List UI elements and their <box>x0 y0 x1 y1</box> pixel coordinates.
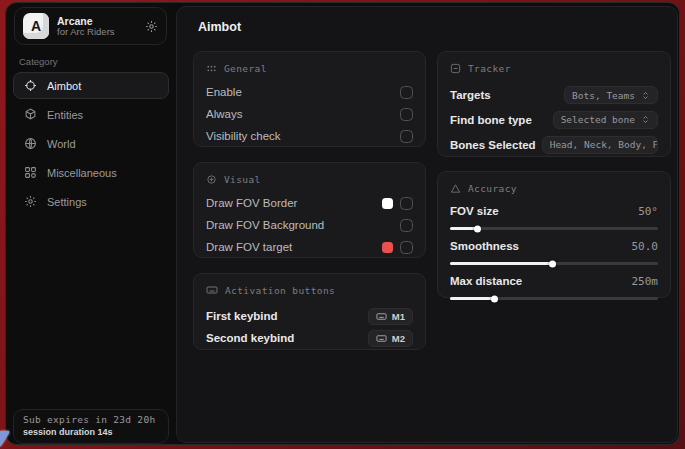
bone-type-select[interactable]: Selected bone <box>553 111 658 129</box>
category-label: Category <box>19 56 58 67</box>
setting-row: Draw FOV Border <box>206 192 413 214</box>
page-title: Aimbot <box>198 20 241 34</box>
sidebar-item-label: World <box>47 138 76 150</box>
panel-title: Activation buttons <box>225 285 335 296</box>
panel-activation-buttons: Activation buttons First keybind M1 Seco… <box>193 273 426 350</box>
slider-group-max-distance: Max distance 250m <box>450 273 658 300</box>
slider-thumb[interactable] <box>491 295 498 302</box>
brand-name: Arcane <box>57 15 137 27</box>
fov-target-checkbox[interactable] <box>400 241 413 254</box>
select-value: Head, Neck, Body, Fe... <box>550 139 658 150</box>
fov-size-slider[interactable] <box>450 227 658 230</box>
select-value: Selected bone <box>561 114 635 125</box>
keybind-value: M1 <box>392 311 405 322</box>
fov-border-checkbox[interactable] <box>400 197 413 210</box>
setting-label: Visibility check <box>206 130 400 142</box>
sidebar-nav: Aimbot Entities World <box>13 72 169 215</box>
setting-label: Draw FOV Background <box>206 219 400 231</box>
setting-label: FOV size <box>450 205 638 217</box>
scan-frame-icon <box>450 63 461 74</box>
slider-thumb[interactable] <box>474 225 481 232</box>
panel-accuracy: Accuracy FOV size 50° Smoothness 50.0 <box>437 171 671 298</box>
setting-label: Bones Selected <box>450 139 536 151</box>
second-keybind-button[interactable]: M2 <box>368 330 413 347</box>
sidebar-item-entities[interactable]: Entities <box>13 101 169 128</box>
smoothness-slider[interactable] <box>450 262 658 265</box>
panel-general: General Enable Always Visibility check <box>193 51 426 147</box>
circle-plus-icon <box>206 174 217 185</box>
setting-label: Targets <box>450 89 564 101</box>
visibility-check-checkbox[interactable] <box>400 130 413 143</box>
fov-border-color-swatch[interactable] <box>382 198 393 209</box>
panel-title: Visual <box>224 174 261 185</box>
bones-selected-select[interactable]: Head, Neck, Body, Fe... <box>542 136 658 154</box>
grid-icon <box>24 166 37 179</box>
first-keybind-button[interactable]: M1 <box>368 308 413 325</box>
sub-expiry-text: Sub expires in 23d 20h <box>23 414 159 425</box>
enable-checkbox[interactable] <box>400 86 413 99</box>
setting-label: Max distance <box>450 275 632 287</box>
sidebar-item-label: Settings <box>47 196 87 208</box>
setting-value: 250m <box>632 275 659 288</box>
setting-row: Targets Bots, Teams <box>450 83 658 107</box>
sidebar-item-miscellaneous[interactable]: Miscellaneous <box>13 159 169 186</box>
subscription-info: Sub expires in 23d 20h session duration … <box>13 409 169 444</box>
setting-row: Enable <box>206 81 413 103</box>
sidebar: A Arcane for Arc Riders Category <box>6 3 176 444</box>
setting-label: First keybind <box>206 310 368 322</box>
main-content: Aimbot General Enable Always <box>176 6 678 443</box>
slider-group-fov-size: FOV size 50° <box>450 203 658 230</box>
setting-row: Draw FOV target <box>206 236 413 258</box>
fov-background-checkbox[interactable] <box>400 219 413 232</box>
unfold-more-icon <box>641 90 650 101</box>
setting-label: Always <box>206 108 400 120</box>
setting-row: Draw FOV Background <box>206 214 413 236</box>
app-window: A Arcane for Arc Riders Category <box>5 2 680 445</box>
brand-logo: A <box>23 13 49 39</box>
crosshair-icon <box>24 79 37 92</box>
sidebar-item-label: Miscellaneous <box>47 167 117 179</box>
setting-row: Find bone type Selected bone <box>450 107 658 132</box>
setting-row: Visibility check <box>206 125 413 147</box>
sidebar-item-aimbot[interactable]: Aimbot <box>13 72 169 99</box>
panel-title: Accuracy <box>468 183 517 194</box>
max-distance-slider[interactable] <box>450 297 658 300</box>
setting-row: Bones Selected Head, Neck, Body, Fe... <box>450 132 658 157</box>
sidebar-item-label: Entities <box>47 109 83 121</box>
brand-card: A Arcane for Arc Riders <box>14 7 167 45</box>
globe-icon <box>24 137 37 150</box>
always-checkbox[interactable] <box>400 108 413 121</box>
setting-value: 50.0 <box>632 240 659 253</box>
mouse-cursor <box>0 431 9 447</box>
setting-label: Find bone type <box>450 114 553 126</box>
panel-visual: Visual Draw FOV Border Draw FOV Backgrou… <box>193 162 426 258</box>
cube-icon <box>24 108 37 121</box>
setting-label: Second keybind <box>206 332 368 344</box>
fov-target-color-swatch[interactable] <box>382 242 393 253</box>
setting-value: 50° <box>638 205 658 218</box>
panel-tracker: Tracker Targets Bots, Teams Find bone ty… <box>437 51 671 157</box>
session-duration-text: session duration 14s <box>23 427 159 437</box>
setting-label: Enable <box>206 86 400 98</box>
targets-select[interactable]: Bots, Teams <box>564 86 658 104</box>
setting-row: Second keybind M2 <box>206 327 413 349</box>
panel-title: General <box>224 63 267 74</box>
keyboard-icon <box>206 284 218 296</box>
sidebar-item-label: Aimbot <box>47 80 81 92</box>
setting-label: Draw FOV target <box>206 241 382 253</box>
sidebar-item-world[interactable]: World <box>13 130 169 157</box>
brand-subtitle: for Arc Riders <box>57 27 137 38</box>
setting-row: First keybind M1 <box>206 305 413 327</box>
triangle-icon <box>450 183 461 194</box>
setting-label: Smoothness <box>450 240 632 252</box>
keyboard-icon <box>376 333 387 344</box>
setting-row: Always <box>206 103 413 125</box>
sidebar-item-settings[interactable]: Settings <box>13 188 169 215</box>
gear-icon <box>24 195 37 208</box>
keyboard-icon <box>376 311 387 322</box>
slider-thumb[interactable] <box>549 260 556 267</box>
select-value: Bots, Teams <box>572 90 635 101</box>
setting-label: Draw FOV Border <box>206 197 382 209</box>
gear-icon[interactable] <box>145 20 158 33</box>
dots-grid-icon <box>206 63 217 74</box>
